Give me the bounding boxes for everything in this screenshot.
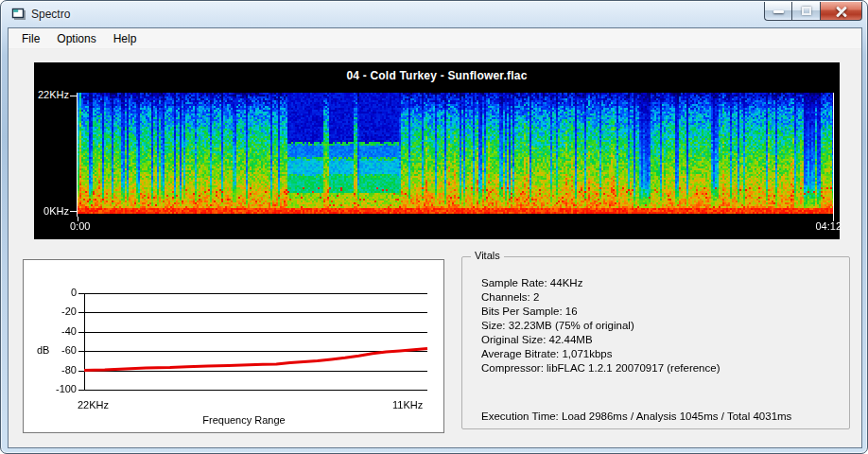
vitals-orig-size: Original Size: 42.44MB [481,333,720,347]
frequency-chart-panel: 0 -20 -40 -60 -80 -100 dB 22KHz 11KHz Fr… [23,259,444,433]
track-title: 04 - Cold Turkey - Sunflower.flac [34,69,840,82]
freq-min-label: 0KHz [34,205,69,217]
maximize-button[interactable] [791,2,820,21]
menu-options[interactable]: Options [48,28,104,49]
vitals-channels: Channels: 2 [481,290,720,305]
vitals-legend: Vitals [471,250,504,261]
spectral-power-line [84,348,427,370]
time-end-label: 04:12 [785,220,842,232]
titlebar[interactable]: Spectro [1,1,867,28]
tick-22khz [70,96,77,96]
frequency-response-line [24,260,443,432]
menubar: File Options Help [9,28,861,49]
screen: Spectro File Options Help 04 - Cold Turk… [0,0,868,454]
vitals-lines: Sample Rate: 44KHz Channels: 2 Bits Per … [481,276,720,375]
close-icon [836,6,847,17]
spectrogram-y-axis [77,93,78,217]
freq-max-label: 22KHz [34,89,69,100]
maximize-icon [802,7,811,15]
minimize-icon [773,10,784,13]
time-start-label: 0:00 [70,220,90,232]
vitals-size: Size: 32.23MB (75% of original) [481,319,720,333]
vitals-groupbox: Vitals Sample Rate: 44KHz Channels: 2 Bi… [461,256,850,429]
spectrogram-canvas[interactable] [78,93,833,214]
spectrogram-right-axis [833,93,834,217]
window-title: Spectro [31,1,70,28]
tick-0khz [70,211,77,212]
close-button[interactable] [820,2,862,21]
menu-file[interactable]: File [13,28,48,49]
vitals-bits: Bits Per Sample: 16 [481,305,720,319]
spectro-window: Spectro File Options Help 04 - Cold Turk… [0,0,868,454]
execution-time: Execution Time: Load 2986ms / Analysis 1… [481,410,791,422]
caption-buttons [764,2,862,21]
spectrogram-panel: 04 - Cold Turkey - Sunflower.flac 22KHz … [34,62,840,239]
vitals-sample-rate: Sample Rate: 44KHz [481,276,720,290]
menu-help[interactable]: Help [105,28,146,49]
vitals-bitrate: Average Bitrate: 1,071kbps [481,347,720,361]
app-window-icon [11,8,27,22]
minimize-button[interactable] [764,2,791,21]
vitals-compressor: Compressor: libFLAC 1.2.1 20070917 (refe… [481,361,720,375]
